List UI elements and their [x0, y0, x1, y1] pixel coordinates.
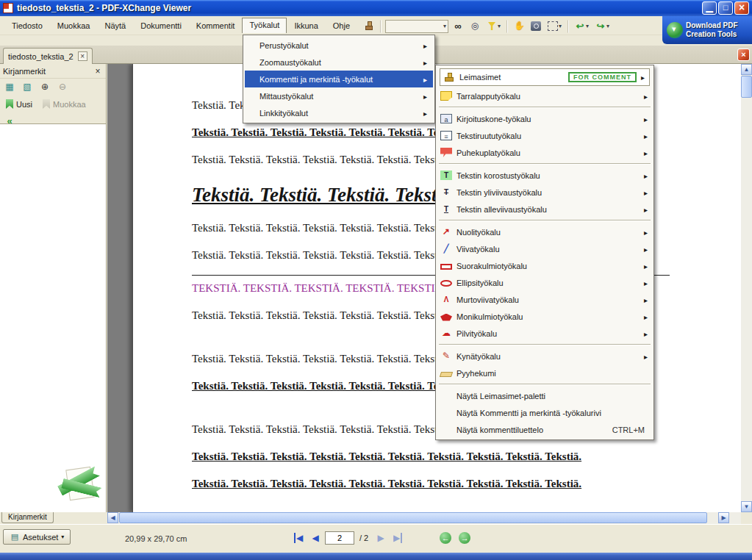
toolbar-button[interactable]: [468, 20, 482, 32]
dropdown-arrow-icon[interactable]: [586, 23, 589, 29]
submenu-item[interactable]: Nuolityökalu: [437, 223, 652, 240]
document-tab[interactable]: tiedosto_tekstia_2: [3, 48, 93, 64]
vertical-scrollbar[interactable]: [741, 64, 752, 512]
icon-button[interactable]: [390, 531, 405, 545]
page-size-indicator: 20,99 x 29,70 cm: [125, 534, 187, 543]
icon-button[interactable]: [308, 531, 323, 545]
minimize-button[interactable]: [702, 1, 717, 15]
submenu-item[interactable]: Murtoviivatyökalu: [437, 291, 652, 308]
submenu-item[interactable]: Pilvityökalu: [437, 325, 652, 342]
submenu-item[interactable]: Tekstiruututyökalu: [437, 127, 652, 144]
icon-button[interactable]: [291, 531, 306, 545]
icon-button[interactable]: [457, 531, 472, 545]
horizontal-scroll-thumb[interactable]: [119, 512, 707, 523]
submenu-item[interactable]: Tekstin alleviivaustyökalu: [437, 201, 652, 218]
dropdown-arrow-icon[interactable]: [443, 23, 446, 29]
menu-item[interactable]: Kommentti ja merkintä -työkalut: [245, 71, 433, 87]
submenu-item[interactable]: Näytä Kommentti ja merkintä -työkalurivi: [437, 404, 652, 421]
back-view-icon: [440, 532, 451, 544]
submenu-item[interactable]: Näytä kommenttiluettelo CTRL+M: [437, 421, 652, 438]
icon-button[interactable]: [38, 81, 51, 93]
scroll-right-icon[interactable]: [718, 512, 729, 523]
eraser-tool-icon: [440, 372, 453, 377]
submenu-item[interactable]: Ellipsityökalu: [437, 274, 652, 291]
restore-button[interactable]: [718, 1, 733, 15]
submenu-item[interactable]: Tarralapputyökalu: [437, 87, 652, 104]
strikeout-text-icon: [440, 187, 452, 197]
select-zoom-icon: [548, 21, 558, 31]
menubar-item[interactable]: Ikkuna: [287, 18, 325, 33]
toolbar-button[interactable]: [451, 20, 465, 32]
scroll-up-icon[interactable]: [741, 64, 752, 75]
close-document-button[interactable]: [737, 49, 750, 61]
submenu-arrow-icon: [644, 228, 648, 237]
icon-button[interactable]: [3, 81, 16, 93]
submenu-arrow-icon: [644, 171, 648, 180]
horizontal-scrollbar[interactable]: [107, 512, 741, 524]
options-button[interactable]: Asetukset: [3, 529, 71, 545]
submenu-item[interactable]: Puhekuplatyökalu: [437, 144, 652, 161]
scroll-left-icon[interactable]: [107, 512, 118, 523]
window-title: tiedosto_tekstia_2 - PDF-XChange Viewer: [17, 3, 191, 13]
menu-item[interactable]: Linkkityökalut: [245, 104, 433, 121]
icon-button[interactable]: [56, 81, 69, 93]
options-icon: [10, 532, 20, 542]
menubar-item[interactable]: Tiedosto: [4, 18, 50, 33]
download-pdf-creation-tools-banner[interactable]: Download PDF Creation Tools: [662, 16, 752, 44]
highlight-text-icon: [440, 170, 452, 180]
submenu-item[interactable]: Näytä Leimasimet-paletti: [437, 387, 652, 404]
dropdown-arrow-icon[interactable]: [606, 23, 609, 29]
submenu-item[interactable]: Tekstin yliviivaustyökalu: [437, 184, 652, 201]
close-button[interactable]: [734, 1, 749, 15]
submenu-item[interactable]: Tekstin korostustyökalu: [437, 167, 652, 184]
submenu-item[interactable]: Kynätyökalu: [437, 348, 652, 365]
bookmarks-bottom-tab[interactable]: Kirjanmerkit: [1, 512, 54, 523]
toolbar-button: [506, 20, 508, 33]
menubar-item[interactable]: Näytä: [97, 18, 133, 33]
icon-button[interactable]: [21, 81, 34, 93]
submenu-item[interactable]: Kirjoituskone-työkalu: [437, 110, 652, 127]
toolbar-button[interactable]: [362, 20, 376, 32]
submenu-item[interactable]: Suorakulmiotyökalu: [437, 257, 652, 274]
toolbar-button[interactable]: [529, 20, 543, 32]
window-controls: [701, 1, 752, 15]
icon-button[interactable]: [373, 531, 388, 545]
arrow-tool-icon: [440, 227, 452, 237]
menubar-item[interactable]: Kommentit: [189, 18, 243, 33]
bottom-scroll-row: Kirjanmerkit: [0, 512, 752, 524]
toolbar-button[interactable]: [573, 20, 591, 32]
menu-item[interactable]: Perustyökalut: [245, 37, 433, 54]
app-icon: [3, 3, 13, 13]
submenu-item[interactable]: Leimasimet FOR COMMENT: [440, 68, 650, 86]
tab-close-icon[interactable]: [78, 51, 87, 61]
filter-icon: [487, 21, 497, 31]
submenu-item[interactable]: Pyyhekumi: [437, 365, 652, 381]
icon-button[interactable]: [438, 531, 453, 545]
toolbar-button[interactable]: [545, 20, 564, 32]
page-number-input[interactable]: [325, 531, 354, 545]
menubar-item[interactable]: Työkalut: [242, 18, 287, 33]
scroll-down-icon[interactable]: [741, 501, 752, 512]
menubar-item[interactable]: Dokumentti: [133, 18, 189, 33]
bookmarks-list-area[interactable]: [0, 123, 106, 512]
menu-item[interactable]: Mittaustyökalut: [245, 87, 433, 104]
toolbar-button: [567, 20, 569, 33]
menu-item[interactable]: Zoomaustyökalut: [245, 54, 433, 71]
edit-bookmark-button[interactable]: Muokkaa: [40, 98, 89, 110]
menubar-item[interactable]: Ohje: [326, 18, 357, 33]
toolbar-button[interactable]: [385, 20, 448, 33]
new-bookmark-button[interactable]: Uusi: [3, 98, 35, 110]
toolbar-button[interactable]: [484, 20, 503, 32]
submenu-item: [439, 384, 651, 385]
page-total-label: / 2: [359, 534, 368, 542]
dropdown-arrow-icon[interactable]: [559, 23, 562, 29]
dropdown-arrow-icon[interactable]: [498, 23, 501, 29]
toolbar-button[interactable]: [593, 20, 612, 32]
cloud-tool-icon: [440, 329, 452, 338]
submenu-item[interactable]: Monikulmiotyökalu: [437, 308, 652, 325]
toolbar-button[interactable]: [512, 20, 526, 32]
submenu-item[interactable]: Viivatyökalu: [437, 240, 652, 257]
panel-close-icon[interactable]: [93, 66, 103, 76]
vertical-scroll-thumb[interactable]: [741, 76, 752, 98]
menubar-item[interactable]: Muokkaa: [50, 18, 98, 33]
